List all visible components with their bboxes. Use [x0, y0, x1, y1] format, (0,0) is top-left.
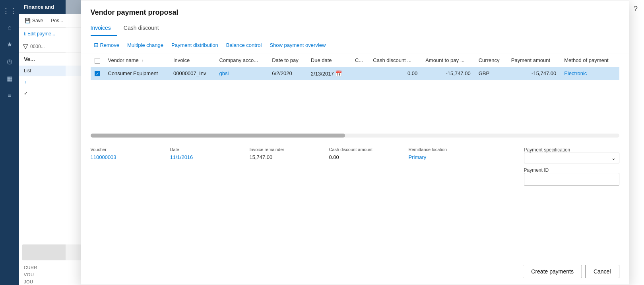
col-date-to-pay: Date to pay [268, 54, 307, 67]
remittance-location-value[interactable]: Primary [409, 153, 488, 162]
header-checkbox[interactable] [95, 58, 100, 64]
cell-invoice: 00000007_Inv [169, 67, 215, 80]
dialog-footer: Create payments Cancel [81, 258, 629, 285]
date-value[interactable]: 11/1/2016 [170, 153, 250, 162]
payment-specification-field: Payment specification ⌄ [524, 147, 619, 163]
col-vendor-name: Vendor name ↑ [104, 54, 169, 67]
cell-c [351, 67, 369, 80]
remove-icon: ⊟ [94, 42, 99, 48]
invoice-remainder-value: 15,747.00 [250, 153, 329, 162]
sidebar-icon-home[interactable]: ⌂ [0, 20, 19, 35]
detail-section: Voucher 110000003 Date 11/1/2016 Invoice… [81, 141, 629, 192]
save-icon: 💾 [25, 18, 31, 23]
tab-invoices[interactable]: Invoices [91, 21, 117, 36]
dialog-overlay: Vendor payment proposal Invoices Cash di… [66, 0, 644, 285]
voucher-value[interactable]: 110000003 [91, 153, 170, 162]
payment-specification-select[interactable]: ⌄ [524, 153, 619, 163]
tab-cash-discount[interactable]: Cash discount [117, 21, 165, 36]
cell-cash-discount: 0.00 [369, 67, 421, 80]
check-icon: ✓ [24, 91, 28, 96]
cell-date-to-pay: 6/2/2020 [268, 67, 307, 80]
remittance-location-field: Remittance location Primary [409, 147, 488, 162]
dialog-title: Vendor payment proposal [81, 0, 629, 21]
sidebar: ⋮⋮ ⌂ ★ ◷ ▦ ≡ [0, 0, 19, 285]
sidebar-icon-star[interactable]: ★ [0, 37, 19, 52]
balance-control-button[interactable]: Balance control [223, 41, 265, 50]
col-invoice: Invoice [169, 54, 215, 67]
col-currency: Currency [475, 54, 507, 67]
payment-spec-section: Payment specification ⌄ Payment ID [524, 147, 619, 186]
detail-row-1: Voucher 110000003 Date 11/1/2016 Invoice… [91, 147, 619, 186]
dialog-toolbar: ⊟ Remove Multiple change Payment distrib… [81, 36, 629, 54]
sidebar-icon-recent[interactable]: ◷ [0, 54, 19, 69]
cell-currency: GBP [475, 67, 507, 80]
sidebar-icon-chart[interactable]: ▦ [0, 71, 19, 86]
cell-vendor-name: Consumer Equipment [104, 67, 169, 80]
vendor-payment-dialog: Vendor payment proposal Invoices Cash di… [81, 0, 629, 285]
grid-icon[interactable]: ⋮⋮ [0, 3, 20, 18]
chevron-down-icon: ⌄ [611, 155, 616, 161]
info-icon: ℹ [24, 31, 26, 37]
col-company-acct: Company acco... [215, 54, 268, 67]
cell-company-acct[interactable]: gbsi [215, 67, 268, 80]
add-icon: + [24, 79, 27, 85]
dialog-tabs: Invoices Cash discount [81, 21, 629, 36]
invoice-table: Vendor name ↑ Invoice Company acco... Da… [91, 54, 619, 80]
row-checkbox[interactable]: ✓ [95, 71, 100, 76]
sort-icon[interactable]: ↑ [142, 58, 144, 63]
create-payments-button[interactable]: Create payments [523, 265, 582, 278]
multiple-change-button[interactable]: Multiple change [124, 41, 167, 50]
help-icon[interactable]: ? [634, 5, 638, 13]
scrollbar-thumb[interactable] [91, 134, 345, 138]
payment-id-field: Payment ID [524, 167, 619, 186]
table-row[interactable]: ✓ Consumer Equipment 00000007_Inv gbsi 6… [91, 67, 619, 80]
calendar-icon[interactable]: 📅 [335, 70, 342, 77]
cash-discount-amount-value: 0.00 [329, 153, 409, 162]
show-payment-overview-button[interactable]: Show payment overview [266, 41, 329, 50]
remove-button[interactable]: ⊟ Remove [91, 40, 122, 50]
date-field: Date 11/1/2016 [170, 147, 250, 162]
cell-method-of-payment[interactable]: Electronic [560, 67, 619, 80]
col-due-date: Due date [307, 54, 351, 67]
filter-icon[interactable]: ▽ [23, 43, 28, 50]
col-cash-discount: Cash discount ... [369, 54, 421, 67]
col-c: C... [351, 54, 369, 67]
invoice-remainder-field: Invoice remainder 15,747.00 [250, 147, 329, 162]
cash-discount-amount-field: Cash discount amount 0.00 [329, 147, 409, 162]
voucher-field: Voucher 110000003 [91, 147, 170, 162]
cancel-button[interactable]: Cancel [585, 265, 619, 278]
col-payment-amount: Payment amount [507, 54, 560, 67]
sidebar-icon-list[interactable]: ≡ [0, 88, 19, 103]
cell-due-date: 2/13/2017 📅 [307, 67, 351, 80]
cell-amount-to-pay: -15,747.00 [421, 67, 474, 80]
col-check [91, 54, 104, 67]
save-button[interactable]: 💾 Save [22, 16, 45, 25]
payment-id-input[interactable] [524, 173, 619, 186]
invoice-table-container: Vendor name ↑ Invoice Company acco... Da… [81, 54, 629, 134]
col-amount-to-pay: Amount to pay ... [421, 54, 474, 67]
post-button[interactable]: Pos... [48, 16, 66, 25]
col-method-of-payment: Method of payment [560, 54, 619, 67]
payment-distribution-button[interactable]: Payment distribution [168, 41, 221, 50]
horizontal-scrollbar[interactable] [91, 134, 619, 138]
cell-payment-amount: -15,747.00 [507, 67, 560, 80]
